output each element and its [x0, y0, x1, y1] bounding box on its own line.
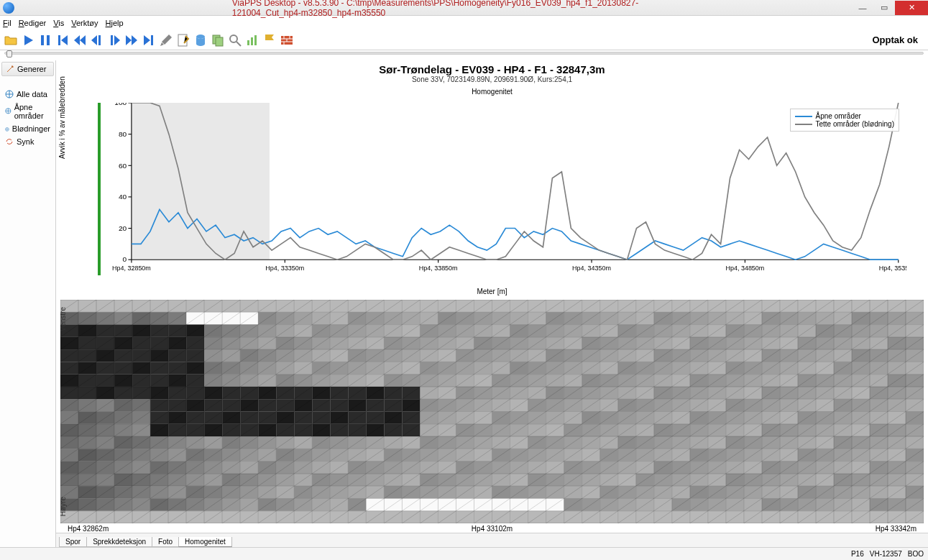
- svg-text:Hp4, 33850m: Hp4, 33850m: [419, 265, 458, 272]
- svg-rect-9: [247, 40, 249, 45]
- open-button[interactable]: [3, 32, 19, 48]
- svg-text:Hp4, 32850m: Hp4, 32850m: [112, 265, 151, 272]
- sidebar-header-label: Generer: [17, 65, 46, 73]
- sidebar-header-generer[interactable]: Generer: [1, 62, 54, 76]
- sidebar-item-label: Åpne områder: [14, 103, 50, 120]
- svg-text:20: 20: [119, 224, 127, 232]
- heatmap-label-right: Høyre: [60, 497, 67, 516]
- sidebar-item-blodninger[interactable]: Blødninger: [1, 122, 54, 135]
- svg-text:100: 100: [114, 103, 127, 106]
- chart-legend: Åpne områder Tette områder (blødning): [790, 109, 900, 132]
- globe-icon: [5, 90, 14, 98]
- capture-status: Opptak ok: [872, 35, 925, 45]
- position-slider-row: [0, 50, 928, 60]
- heatmap[interactable]: Venstre Høyre: [60, 300, 924, 523]
- sidebar-item-label: Alle data: [17, 90, 47, 98]
- heatmap-area: Venstre Høyre Hp4 32862m Hp4 33102m Hp4 …: [60, 300, 924, 533]
- chart-ylabel: Avvik i % av målebredden: [58, 76, 66, 159]
- menu-hjelp[interactable]: Hjelp: [106, 19, 124, 27]
- svg-rect-0: [41, 35, 44, 45]
- copy-button[interactable]: [210, 32, 226, 48]
- tab-spor[interactable]: Spor: [59, 537, 87, 547]
- svg-rect-2: [98, 35, 101, 45]
- zoom-button[interactable]: [227, 32, 243, 48]
- settings-button[interactable]: [158, 32, 174, 48]
- rewind-button[interactable]: [72, 32, 88, 48]
- sync-icon: [5, 137, 14, 146]
- step-fwd-button[interactable]: [106, 32, 122, 48]
- tab-foto[interactable]: Foto: [152, 537, 179, 547]
- maximize-button[interactable]: ▭: [873, 1, 895, 15]
- svg-rect-11: [254, 35, 257, 45]
- pause-button[interactable]: [37, 32, 53, 48]
- legend-item-1: Åpne områder: [816, 112, 861, 120]
- titlebar: ViaPPS Desktop - v8.5.3.90 - C:\tmp\Meas…: [0, 0, 928, 16]
- tab-sprekk[interactable]: Sprekkdeteksjon: [86, 537, 152, 547]
- svg-text:80: 80: [119, 130, 127, 138]
- legend-item-2: Tette områder (blødning): [816, 120, 895, 128]
- sidebar-item-label: Blødninger: [12, 124, 50, 133]
- skip-end-button[interactable]: [141, 32, 157, 48]
- forward-button[interactable]: [124, 32, 139, 48]
- menubar: Fil Rediger Vis Verktøy Hjelp: [0, 16, 928, 30]
- svg-rect-7: [216, 37, 223, 46]
- sidebar-item-label: Synk: [17, 137, 34, 146]
- svg-text:Hp4, 33350m: Hp4, 33350m: [265, 265, 304, 272]
- chart-section-title: Homogenitet: [56, 83, 928, 96]
- svg-text:Hp4, 34350m: Hp4, 34350m: [572, 265, 611, 272]
- chart-subtitle: Sone 33V, 7023149.89N, 209691.90Ø, Kurs:…: [56, 75, 928, 83]
- statusbar: P16 VH-12357 BOO: [0, 547, 928, 560]
- edit-button[interactable]: [175, 32, 191, 48]
- svg-text:Hp4, 34850m: Hp4, 34850m: [725, 265, 764, 272]
- window-title: ViaPPS Desktop - v8.5.3.90 - C:\tmp\Meas…: [232, 0, 697, 18]
- chart-xlabel: Meter [m]: [477, 288, 507, 295]
- bottom-tabs: Spor Sprekkdeteksjon Foto Homogenitet: [56, 533, 928, 547]
- svg-point-5: [196, 35, 205, 39]
- sidebar-item-apne[interactable]: Åpne områder: [1, 101, 54, 122]
- skip-start-button[interactable]: [55, 32, 70, 48]
- chart-header: Sør-Trøndelag - EV039 - HP4 - F1 - 32847…: [56, 60, 928, 83]
- globe-icon: [5, 124, 9, 133]
- status-p: P16: [851, 550, 864, 558]
- menu-vis[interactable]: Vis: [53, 19, 64, 27]
- line-chart[interactable]: 020406080100Hp4, 32850mHp4, 33350mHp4, 3…: [56, 96, 928, 297]
- sidebar: Generer Alle data Åpne områder Blødninge…: [0, 60, 56, 547]
- svg-rect-3: [111, 35, 113, 45]
- sidebar-item-alle-data[interactable]: Alle data: [1, 88, 54, 101]
- heatmap-label-left: Venstre: [60, 307, 67, 331]
- svg-rect-10: [251, 37, 253, 45]
- heat-x0: Hp4 32862m: [68, 525, 109, 533]
- chart-button[interactable]: [244, 32, 260, 48]
- minimize-button[interactable]: —: [852, 1, 873, 15]
- svg-rect-1: [47, 35, 50, 45]
- position-slider[interactable]: [4, 52, 924, 55]
- svg-text:40: 40: [119, 193, 127, 201]
- status-vh: VH-12357: [870, 550, 902, 558]
- db-button[interactable]: [193, 32, 208, 48]
- toolbar: Opptak ok: [0, 30, 928, 50]
- menu-verktoy[interactable]: Verktøy: [71, 19, 98, 27]
- step-back-button[interactable]: [89, 32, 105, 48]
- heat-x1: Hp4 33102m: [472, 525, 513, 533]
- heatmap-xaxis: Hp4 32862m Hp4 33102m Hp4 33342m: [60, 523, 924, 533]
- wall-button[interactable]: [279, 32, 295, 48]
- svg-text:60: 60: [119, 162, 127, 170]
- svg-rect-16: [132, 103, 270, 260]
- tab-homogenitet[interactable]: Homogenitet: [178, 537, 232, 547]
- globe-icon: [5, 107, 12, 116]
- svg-text:0: 0: [123, 256, 127, 264]
- heat-x2: Hp4 33342m: [876, 525, 916, 533]
- chart-title: Sør-Trøndelag - EV039 - HP4 - F1 - 32847…: [56, 63, 928, 75]
- wand-icon: [6, 65, 14, 73]
- flag-button[interactable]: [262, 32, 277, 48]
- menu-fil[interactable]: Fil: [3, 19, 12, 27]
- start-marker: [98, 103, 101, 275]
- app-icon: [3, 2, 14, 14]
- svg-point-8: [230, 35, 237, 42]
- play-button[interactable]: [20, 32, 36, 48]
- sidebar-item-synk[interactable]: Synk: [1, 135, 54, 148]
- menu-rediger[interactable]: Rediger: [19, 19, 47, 27]
- close-button[interactable]: ✕: [895, 1, 928, 15]
- svg-text:Hp4, 35350m: Hp4, 35350m: [879, 265, 906, 272]
- status-code: BOO: [908, 550, 924, 558]
